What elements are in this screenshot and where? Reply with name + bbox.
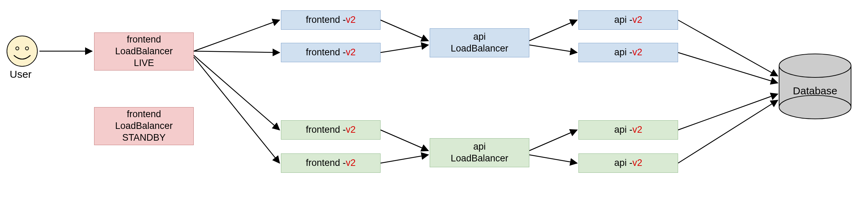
lb-standby-line2: LoadBalancer [115, 120, 173, 132]
svg-point-0 [7, 36, 37, 66]
lb-live-line1: frontend [127, 34, 161, 46]
svg-point-3 [779, 54, 851, 77]
svg-line-16 [381, 155, 428, 163]
user-label: User [10, 68, 31, 80]
api-blue-2-label: api - [614, 47, 632, 58]
api-blue-1: api - v2 [578, 10, 678, 30]
svg-line-20 [529, 155, 577, 163]
svg-point-7 [779, 95, 851, 119]
svg-line-21 [678, 20, 778, 76]
frontend-lb-standby: frontend LoadBalancer STANDBY [94, 107, 194, 145]
frontend-blue-1-label: frontend - [306, 14, 346, 26]
svg-line-17 [529, 20, 577, 41]
database-label: Database [780, 85, 850, 97]
frontend-blue-1: frontend - v2 [281, 10, 381, 30]
frontend-blue-2-version: v2 [346, 47, 356, 58]
api-lb-green-line1: api [473, 141, 486, 153]
api-green-1: api - v2 [578, 120, 678, 140]
svg-point-1 [16, 47, 19, 50]
frontend-lb-live: frontend LoadBalancer LIVE [94, 32, 194, 70]
svg-line-12 [194, 57, 280, 163]
frontend-green-2: frontend - v2 [281, 153, 381, 173]
lb-live-line2: LoadBalancer [115, 46, 173, 57]
lb-standby-line3: STANDBY [122, 132, 166, 144]
api-lb-blue-line2: LoadBalancer [451, 43, 509, 55]
api-lb-green: api LoadBalancer [430, 138, 529, 167]
svg-line-24 [678, 100, 778, 163]
lb-live-line3: LIVE [134, 57, 154, 69]
frontend-green-2-label: frontend - [306, 157, 346, 169]
frontend-green-1: frontend - v2 [281, 120, 381, 140]
api-lb-green-line2: LoadBalancer [451, 153, 509, 164]
api-blue-2-version: v2 [632, 47, 642, 58]
svg-line-19 [529, 130, 577, 151]
svg-line-15 [381, 130, 428, 151]
api-lb-blue: api LoadBalancer [430, 28, 529, 57]
api-green-1-label: api - [614, 124, 632, 136]
svg-line-11 [194, 55, 280, 130]
svg-line-22 [678, 53, 778, 83]
svg-point-2 [26, 47, 29, 50]
svg-line-14 [381, 45, 428, 53]
api-blue-1-version: v2 [632, 14, 642, 26]
diagram-stage: User frontend LoadBalancer LIVE frontend… [0, 0, 868, 207]
frontend-green-2-version: v2 [346, 157, 356, 169]
api-green-1-version: v2 [632, 124, 642, 136]
frontend-blue-2: frontend - v2 [281, 43, 381, 62]
svg-line-13 [381, 20, 428, 41]
api-green-2: api - v2 [578, 153, 678, 173]
svg-line-23 [678, 94, 778, 130]
lb-standby-line1: frontend [127, 109, 161, 120]
user-icon [7, 36, 37, 66]
api-green-2-label: api - [614, 157, 632, 169]
frontend-blue-1-version: v2 [346, 14, 356, 26]
svg-line-18 [529, 45, 577, 53]
api-lb-blue-line1: api [473, 31, 486, 43]
api-blue-2: api - v2 [578, 43, 678, 62]
frontend-green-1-label: frontend - [306, 124, 346, 136]
frontend-blue-2-label: frontend - [306, 47, 346, 58]
frontend-green-1-version: v2 [346, 124, 356, 136]
svg-line-9 [194, 20, 280, 51]
api-blue-1-label: api - [614, 14, 632, 26]
api-green-2-version: v2 [632, 157, 642, 169]
svg-line-10 [194, 51, 280, 53]
